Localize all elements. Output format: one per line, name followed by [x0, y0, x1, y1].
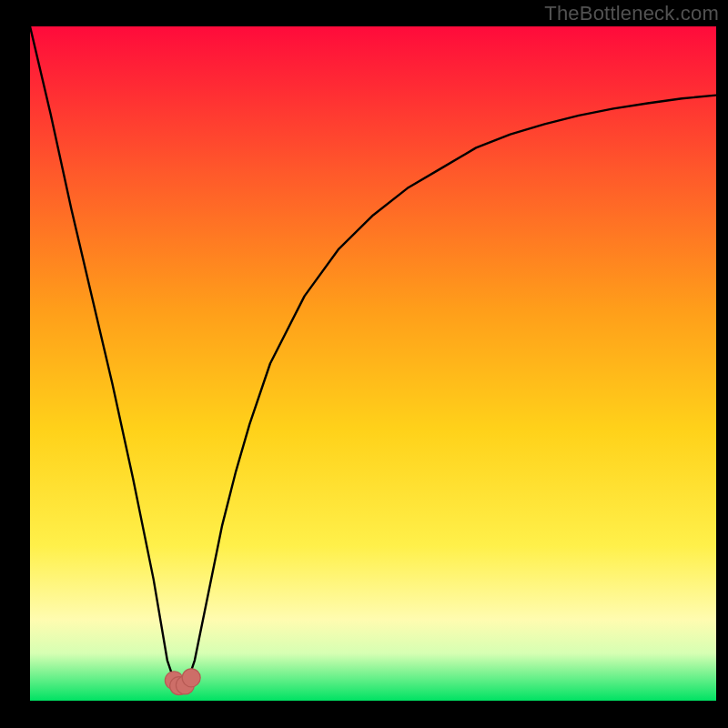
chart-frame: { "watermark": "TheBottleneck.com", "col…	[0, 0, 728, 728]
watermark-text: TheBottleneck.com	[544, 2, 719, 25]
bottleneck-chart	[0, 0, 728, 728]
curve-marker	[182, 669, 200, 687]
plot-background	[30, 26, 716, 701]
